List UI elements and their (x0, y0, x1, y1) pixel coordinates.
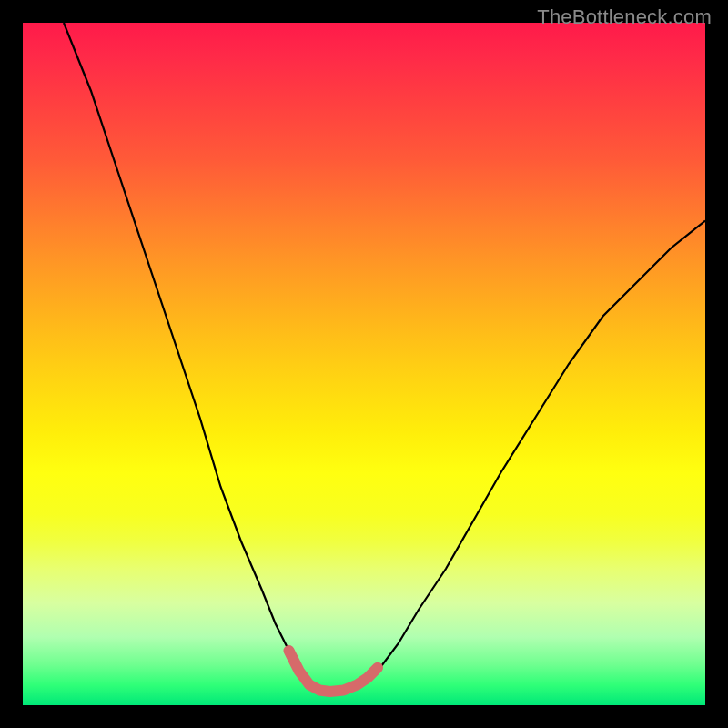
plot-area (23, 23, 705, 705)
left-curve (64, 23, 309, 685)
right-curve (364, 221, 705, 685)
watermark-text: TheBottleneck.com (537, 5, 712, 29)
valley-highlight (289, 651, 379, 692)
curves-svg (23, 23, 705, 705)
